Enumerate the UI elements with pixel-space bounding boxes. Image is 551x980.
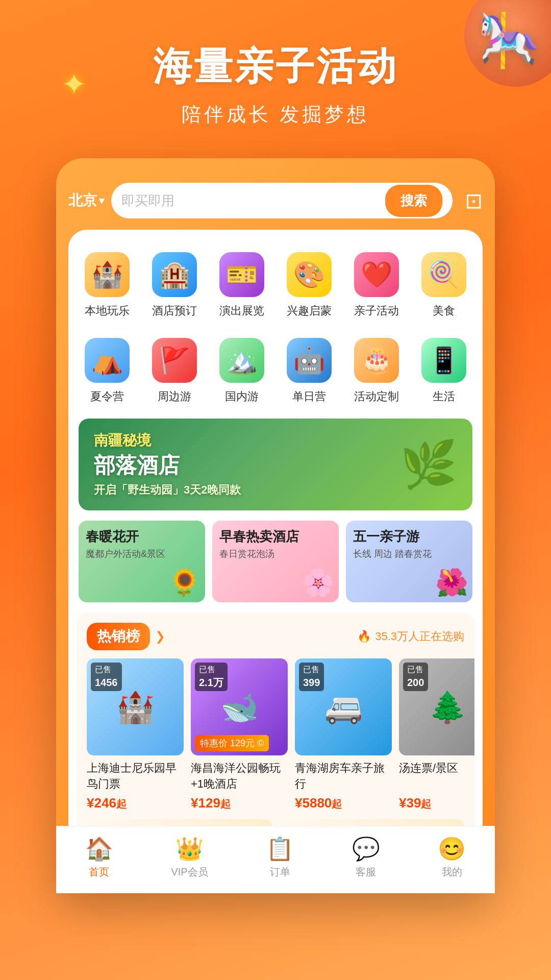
custom-icon: 🎂 <box>354 338 399 383</box>
category-item-domestic[interactable]: 🏔️ 国内游 <box>208 333 276 413</box>
category-item-daycamp[interactable]: 🤖 单日营 <box>276 333 343 413</box>
category-item-hotel[interactable]: 🏨 酒店预订 <box>141 247 208 328</box>
food-label: 美食 <box>433 303 455 318</box>
product-img-disney: 🏰 已售 1456 <box>87 658 184 755</box>
show-label: 演出展览 <box>219 303 264 318</box>
nav-item-home[interactable]: 🏠 首页 <box>85 836 113 879</box>
search-placeholder: 即买即用 <box>121 192 385 210</box>
location-button[interactable]: 北京 ▾ <box>68 191 104 210</box>
nav-item-orders[interactable]: 📋 订单 <box>266 836 294 879</box>
product-price-qinghai: ¥5880起 <box>295 795 392 811</box>
mini-banner-hotel[interactable]: 早春热卖酒店 春日赏花泡汤 🌸 <box>212 521 339 602</box>
product-card-haichang[interactable]: 🐋 已售 2.1万 特惠价 129元 © 海昌海洋公园畅玩+1晚酒店 ¥129起 <box>191 658 288 811</box>
sold-label-soup: 已售 <box>407 664 424 675</box>
product-card-qinghai[interactable]: 🚐 已售 399 青海湖房车亲子旅行 ¥5880起 <box>295 658 392 811</box>
domestic-icon: 🏔️ <box>219 338 264 383</box>
product-price-soup: ¥39起 <box>399 795 474 811</box>
sold-label-haichang: 已售 <box>199 664 223 675</box>
mini-banner-mayday[interactable]: 五一亲子游 长线 周边 踏春赏花 🌺 <box>346 521 472 602</box>
parent-label: 亲子活动 <box>354 303 399 318</box>
product-price-disney: ¥246起 <box>87 795 184 811</box>
nav-vip-icon: 👑 <box>176 836 204 862</box>
hotel-icon: 🏨 <box>152 252 197 297</box>
category-item-local-fun[interactable]: 🏰 本地玩乐 <box>73 247 141 328</box>
search-button[interactable]: 搜索 <box>385 185 442 217</box>
product-name-haichang: 海昌海洋公园畅玩+1晚酒店 <box>191 761 288 792</box>
product-img-haichang: 🐋 已售 2.1万 特惠价 129元 © <box>191 658 288 755</box>
sold-badge-soup: 已售 200 <box>403 663 428 691</box>
hot-user-count: 🔥 35.3万人正在选购 <box>357 629 464 644</box>
nav-service-icon: 💬 <box>352 836 380 862</box>
nav-my-label: 我的 <box>442 865 462 879</box>
fire-icon: 🔥 <box>357 630 371 643</box>
category-item-custom[interactable]: 🎂 活动定制 <box>343 333 410 413</box>
main-banner-section: 南疆秘境 部落酒店 开启「野生动园」3天2晚同款 🌿 <box>68 419 483 521</box>
search-bar: 北京 ▾ 即买即用 搜索 ⊡ <box>68 174 483 230</box>
hot-arrow-icon[interactable]: ❯ <box>155 629 165 644</box>
nav-vip-label: VIP会员 <box>171 865 208 879</box>
content-card: 🏰 本地玩乐 🏨 酒店预订 🎫 演出展览 🎨 兴趣启蒙 ❤️ 亲子活动 🍭 <box>68 230 483 893</box>
hot-sales-header: 热销榜 ❯ 🔥 35.3万人正在选购 <box>77 623 474 658</box>
banner-text: 南疆秘境 部落酒店 开启「野生动园」3天2晚同款 <box>94 431 241 498</box>
mini-banner-mayday-sub: 长线 周边 踏春赏花 <box>353 548 432 560</box>
category-item-show[interactable]: 🎫 演出展览 <box>208 247 276 328</box>
mini-banner-spring-sub: 魔都户外活动&景区 <box>86 548 165 560</box>
search-input-wrapper: 即买即用 搜索 <box>111 183 453 218</box>
nearby-icon: 🚩 <box>152 338 197 383</box>
category-item-summer-camp[interactable]: ⛺ 夏令营 <box>73 333 141 413</box>
star-icon: ✦ <box>61 66 87 102</box>
hot-title-wrap: 热销榜 ❯ <box>87 623 165 650</box>
bottom-nav: 🏠 首页 👑 VIP会员 📋 订单 💬 客服 😊 我的 <box>56 826 495 893</box>
local-fun-icon: 🏰 <box>85 252 130 297</box>
summer-camp-icon: ⛺ <box>85 338 130 383</box>
product-card-soup[interactable]: 🌲 已售 200 汤连票/景区 ¥39起 <box>399 658 474 811</box>
main-banner[interactable]: 南疆秘境 部落酒店 开启「野生动园」3天2晚同款 🌿 <box>79 419 472 510</box>
life-icon: 📱 <box>421 338 466 383</box>
sold-count-disney: 1456 <box>95 675 118 690</box>
sold-badge-haichang: 已售 2.1万 <box>195 663 228 691</box>
summer-camp-label: 夏令营 <box>90 389 124 404</box>
category-grid-row2: ⛺ 夏令营 🚩 周边游 🏔️ 国内游 🤖 单日营 🎂 活动定制 📱 生活 <box>68 333 483 413</box>
category-grid-row1: 🏰 本地玩乐 🏨 酒店预订 🎫 演出展览 🎨 兴趣启蒙 ❤️ 亲子活动 🍭 <box>68 247 483 328</box>
nav-item-service[interactable]: 💬 客服 <box>352 836 380 879</box>
location-text: 北京 <box>68 191 97 210</box>
daycamp-icon: 🤖 <box>287 338 332 383</box>
daycamp-label: 单日营 <box>292 389 326 404</box>
product-card-disney[interactable]: 🏰 已售 1456 上海迪士尼乐园早鸟门票 ¥246起 <box>87 658 184 811</box>
nav-home-icon: 🏠 <box>85 836 113 862</box>
nav-item-vip[interactable]: 👑 VIP会员 <box>171 836 208 879</box>
category-item-life[interactable]: 📱 生活 <box>410 333 478 413</box>
sold-label-disney: 已售 <box>95 664 118 675</box>
local-fun-label: 本地玩乐 <box>85 303 130 318</box>
domestic-label: 国内游 <box>225 389 259 404</box>
product-name-disney: 上海迪士尼乐园早鸟门票 <box>87 761 184 792</box>
show-icon: 🎫 <box>219 252 264 297</box>
category-item-interest[interactable]: 🎨 兴趣启蒙 <box>276 247 343 328</box>
mini-banner-spring[interactable]: 春暖花开 魔都户外活动&景区 🌻 <box>79 521 205 602</box>
interest-label: 兴趣启蒙 <box>287 303 332 318</box>
hero-subtitle: 陪伴成长 发掘梦想 <box>0 102 551 128</box>
sold-count-soup: 200 <box>407 675 424 690</box>
sold-badge-disney: 已售 1456 <box>91 663 122 691</box>
food-icon: 🍭 <box>421 252 466 297</box>
custom-label: 活动定制 <box>354 389 399 404</box>
nearby-label: 周边游 <box>158 389 191 404</box>
special-price-tag: 特惠价 129元 © <box>195 735 269 751</box>
life-label: 生活 <box>433 389 455 404</box>
hotel-label: 酒店预订 <box>152 303 197 318</box>
product-img-qinghai: 🚐 已售 399 <box>295 658 392 755</box>
mini-banner-hotel-sub: 春日赏花泡汤 <box>219 548 274 560</box>
sold-count-qinghai: 399 <box>303 675 320 690</box>
mini-banner-hotel-title: 早春热卖酒店 <box>219 529 299 545</box>
mini-banner-spring-deco: 🌻 <box>168 567 201 598</box>
nav-orders-label: 订单 <box>270 865 290 879</box>
user-count-text: 35.3万人正在选购 <box>375 629 464 644</box>
location-arrow-icon: ▾ <box>99 194 104 207</box>
mini-banner-hotel-deco: 🌸 <box>302 567 335 598</box>
category-item-nearby[interactable]: 🚩 周边游 <box>141 333 208 413</box>
scan-icon[interactable]: ⊡ <box>465 188 483 213</box>
category-item-food[interactable]: 🍭 美食 <box>410 247 478 328</box>
nav-orders-icon: 📋 <box>266 836 294 862</box>
category-item-parent[interactable]: ❤️ 亲子活动 <box>343 247 410 328</box>
nav-item-my[interactable]: 😊 我的 <box>438 836 466 879</box>
